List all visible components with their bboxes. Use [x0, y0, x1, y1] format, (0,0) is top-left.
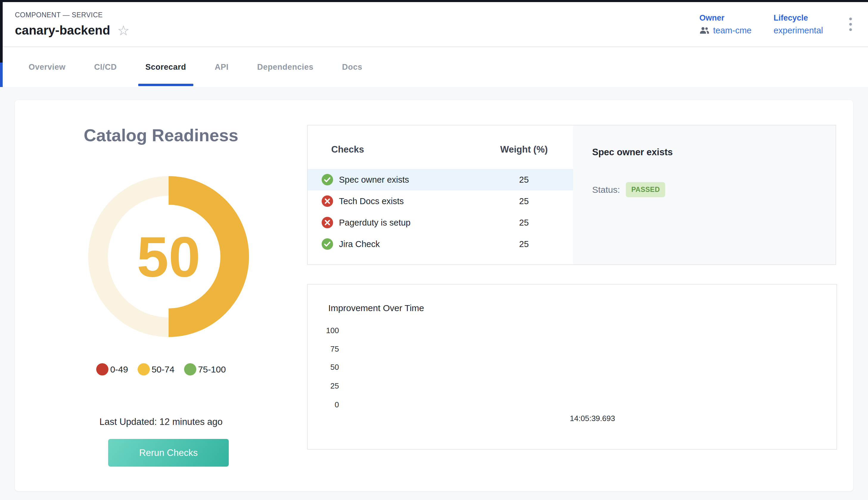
checks-table-header: Checks Weight (%)	[308, 140, 573, 159]
check-name: Pagerduty is setup	[339, 218, 410, 228]
legend-label: 75-100	[198, 364, 226, 375]
check-row-tech-docs[interactable]: Tech Docs exists 25	[308, 190, 573, 212]
checks-container: Checks Weight (%) Spec owner exists 25	[307, 125, 836, 265]
sidebar-strip	[0, 2, 3, 62]
check-row-pagerduty[interactable]: Pagerduty is setup 25	[308, 212, 573, 233]
check-circle-icon	[321, 238, 334, 250]
weight-column-header: Weight (%)	[493, 144, 555, 155]
y-axis-tick: 50	[308, 363, 339, 372]
favorite-star-icon[interactable]: ☆	[117, 24, 130, 37]
status-label: Status:	[592, 185, 620, 195]
check-weight: 25	[493, 175, 555, 185]
tab-docs[interactable]: Docs	[328, 47, 377, 87]
tab-api[interactable]: API	[200, 47, 243, 87]
scorecard-title: Catalog Readiness	[15, 125, 307, 145]
x-circle-icon	[321, 195, 334, 207]
chart-title: Improvement Over Time	[328, 303, 424, 313]
score-value: 50	[88, 176, 249, 337]
y-axis-tick: 25	[308, 382, 339, 391]
tab-dependencies[interactable]: Dependencies	[243, 47, 328, 87]
y-axis-tick: 0	[308, 400, 339, 409]
breadcrumb: COMPONENT — SERVICE	[15, 11, 130, 19]
legend-dot-yellow	[138, 363, 150, 375]
owner-label: Owner	[699, 13, 752, 23]
checks-table: Checks Weight (%) Spec owner exists 25	[308, 125, 573, 264]
lifecycle-value: experimental	[774, 26, 823, 35]
legend-dot-green	[184, 363, 196, 375]
more-options-kebab-icon[interactable]	[845, 15, 856, 34]
status-badge: PASSED	[626, 182, 665, 197]
improvement-chart: Improvement Over Time 100 75 50 25 0 14:…	[307, 284, 837, 450]
checks-column-header: Checks	[331, 144, 493, 155]
last-updated-text: Last Updated: 12 minutes ago	[15, 417, 307, 427]
entity-tabs: Overview CI/CD Scorecard API Dependencie…	[0, 47, 868, 87]
y-axis-tick: 100	[308, 326, 339, 335]
check-name: Jira Check	[339, 239, 380, 249]
legend-item-high: 75-100	[184, 363, 226, 375]
legend-dot-red	[96, 363, 108, 375]
check-weight: 25	[493, 239, 555, 249]
legend-label: 50-74	[152, 364, 175, 375]
check-weight: 25	[493, 218, 555, 228]
owner-block: Owner team-cme	[699, 13, 752, 35]
legend-item-low: 0-49	[96, 363, 128, 375]
scorecard-panel: Catalog Readiness 50 0-49 50-74 75-100 L…	[15, 100, 853, 491]
check-circle-icon	[321, 173, 334, 186]
score-gauge: 50	[88, 176, 249, 337]
check-name: Spec owner exists	[339, 175, 409, 185]
rerun-checks-button[interactable]: Rerun Checks	[108, 439, 229, 467]
y-axis-tick: 75	[308, 344, 339, 354]
owner-link[interactable]: team-cme	[713, 26, 752, 35]
sidebar-active-indicator	[0, 62, 3, 87]
check-name: Tech Docs exists	[339, 196, 404, 206]
lifecycle-label: Lifecycle	[774, 13, 823, 23]
check-detail-title: Spec owner exists	[592, 147, 817, 158]
check-weight: 25	[493, 196, 555, 206]
check-row-spec-owner[interactable]: Spec owner exists 25	[308, 169, 573, 190]
tab-overview[interactable]: Overview	[14, 47, 80, 87]
lifecycle-block: Lifecycle experimental	[774, 13, 823, 35]
x-axis-tick: 14:05:39.693	[557, 414, 628, 423]
entity-header: COMPONENT — SERVICE canary-backend ☆ Own…	[0, 2, 868, 47]
window-top-edge	[0, 0, 868, 2]
score-legend: 0-49 50-74 75-100	[15, 363, 307, 375]
people-icon	[699, 26, 709, 34]
tab-scorecard[interactable]: Scorecard	[131, 47, 200, 87]
x-circle-icon	[321, 216, 334, 229]
legend-label: 0-49	[110, 364, 128, 375]
page-title: canary-backend	[15, 23, 110, 37]
check-detail-panel: Spec owner exists Status: PASSED	[573, 125, 835, 264]
check-row-jira[interactable]: Jira Check 25	[308, 233, 573, 255]
legend-item-mid: 50-74	[138, 363, 175, 375]
tab-cicd[interactable]: CI/CD	[80, 47, 131, 87]
